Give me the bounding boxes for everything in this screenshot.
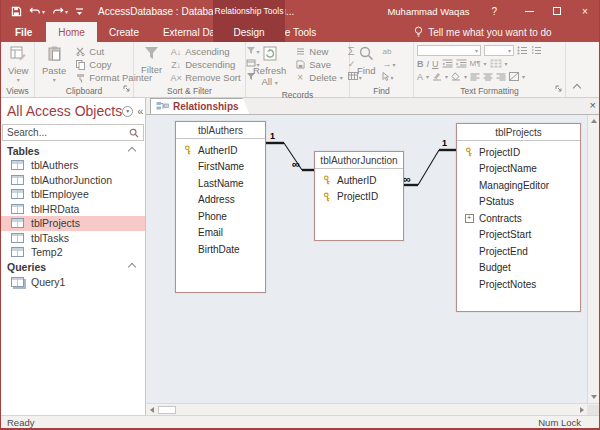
redo-icon[interactable]: ▾	[52, 6, 68, 16]
nav-item-tblAuthorJunction[interactable]: tblAuthorJunction	[1, 173, 145, 188]
field-BirthDate[interactable]: BirthDate	[176, 241, 265, 258]
refresh-all-button[interactable]: Refresh All ▾	[249, 44, 290, 90]
save-icon[interactable]	[11, 6, 22, 17]
bold-icon[interactable]: B	[417, 59, 424, 69]
close-button[interactable]: ×	[571, 0, 599, 22]
select-button[interactable]: ▾	[381, 71, 396, 83]
field-ProjectName[interactable]: ProjectName	[457, 161, 580, 178]
field-PStatus[interactable]: PStatus	[457, 194, 580, 211]
numbering-icon[interactable]	[531, 46, 542, 55]
nav-item-Temp2[interactable]: Temp2	[1, 245, 145, 260]
horizontal-scrollbar[interactable]	[146, 403, 599, 415]
tab-design[interactable]: Design	[233, 27, 264, 38]
horizontal-scroll-thumb[interactable]	[158, 406, 176, 414]
scroll-down-icon[interactable]	[589, 392, 599, 402]
font-color-icon[interactable]: A	[417, 72, 423, 82]
search-icon[interactable]	[129, 128, 143, 138]
maximize-button[interactable]	[543, 0, 571, 22]
minimize-button[interactable]	[515, 0, 543, 22]
decrease-indent-icon[interactable]	[442, 59, 453, 68]
nav-item-Query1[interactable]: Query1	[1, 275, 145, 290]
background-color-icon[interactable]	[451, 72, 461, 81]
font-name-dropdown[interactable]: ▾	[417, 45, 481, 56]
text-formatting-dialog-launcher-icon[interactable]	[555, 84, 562, 94]
field-ProjectNotes[interactable]: ProjectNotes	[457, 276, 580, 293]
goto-button[interactable]: →▾	[381, 58, 396, 70]
customize-qat-icon[interactable]	[75, 7, 84, 16]
field-AutherID[interactable]: AutherID	[176, 142, 265, 159]
view-button[interactable]: View ▾	[4, 44, 32, 86]
save-record-button[interactable]: Save	[292, 58, 344, 71]
highlight-color-icon[interactable]	[432, 72, 442, 81]
find-button[interactable]: Find	[353, 44, 379, 79]
scroll-left-icon[interactable]	[146, 405, 157, 415]
field-ProjectID[interactable]: ProjectID	[457, 144, 580, 161]
nav-item-tblAuthers[interactable]: tblAuthers	[1, 158, 145, 173]
nav-menu-icon[interactable]: ▼	[122, 106, 133, 117]
ascending-button[interactable]: A↓ Ascending	[168, 45, 242, 58]
collapse-group-icon[interactable]	[128, 263, 136, 271]
remove-sort-button[interactable]: A× Remove Sort	[168, 71, 242, 84]
field-ProjectID[interactable]: ProjectID	[315, 189, 403, 206]
table-title[interactable]: tblAuthers	[176, 122, 265, 139]
gridlines-icon[interactable]	[490, 59, 502, 68]
filter-button[interactable]: Filter	[137, 44, 166, 78]
alternate-row-color-icon[interactable]	[509, 72, 519, 81]
field-ManagingEditor[interactable]: ManagingEditor	[457, 177, 580, 194]
paste-button[interactable]: Paste ▾	[38, 44, 70, 86]
increase-indent-icon[interactable]	[456, 59, 467, 68]
field-Email[interactable]: Email	[176, 225, 265, 242]
field-ProjectStart[interactable]: ProjectStart	[457, 227, 580, 244]
field-Phone[interactable]: Phone	[176, 208, 265, 225]
field-AutherID[interactable]: AutherID	[315, 172, 403, 189]
vertical-scrollbar[interactable]	[587, 115, 599, 403]
nav-group-header-tables[interactable]: Tables	[1, 143, 145, 158]
search-input[interactable]	[3, 127, 129, 138]
tab-create[interactable]: Create	[97, 22, 151, 42]
new-record-button[interactable]: New	[292, 45, 344, 58]
collapse-group-icon[interactable]	[128, 146, 136, 154]
clipboard-dialog-launcher-icon[interactable]	[123, 84, 130, 94]
field-LastName[interactable]: LastName	[176, 175, 265, 192]
field-FirstName[interactable]: FirstName	[176, 159, 265, 176]
descending-button[interactable]: Z↓ Descending	[168, 58, 242, 71]
bullets-icon[interactable]	[517, 46, 528, 55]
relationship-table-tblProjects[interactable]: tblProjectsProjectIDProjectNameManagingE…	[456, 123, 581, 312]
delete-record-button[interactable]: × Delete▾	[292, 71, 344, 84]
nav-item-tblHRData[interactable]: tblHRData	[1, 202, 145, 217]
font-size-dropdown[interactable]: ▾	[484, 45, 514, 56]
close-document-icon[interactable]: ×	[590, 99, 596, 111]
nav-item-tblTasks[interactable]: tblTasks	[1, 231, 145, 246]
field-Address[interactable]: Address	[176, 192, 265, 209]
text-direction-icon[interactable]: M¶	[470, 59, 481, 68]
tab-file[interactable]: File	[1, 22, 46, 42]
replace-button[interactable]: ab	[381, 45, 396, 57]
search-box[interactable]	[2, 124, 144, 141]
scroll-up-icon[interactable]	[589, 116, 599, 126]
align-right-icon[interactable]	[496, 73, 506, 81]
field-ProjectEnd[interactable]: ProjectEnd	[457, 243, 580, 260]
nav-group-header-queries[interactable]: Queries	[1, 260, 145, 275]
tab-relationships[interactable]: Relationships	[150, 98, 250, 114]
nav-pane-title[interactable]: All Access Objects	[7, 103, 122, 119]
relationships-canvas[interactable]: 1 ∞ ∞ 1 tblAuthersAutherIDFirstNameLastN…	[146, 115, 587, 403]
align-center-icon[interactable]	[483, 73, 493, 81]
relationship-table-tblAuthers[interactable]: tblAuthersAutherIDFirstNameLastNameAddre…	[175, 121, 266, 293]
align-left-icon[interactable]	[470, 73, 480, 81]
relationship-table-tblAuthorJunction[interactable]: tblAuthorJunctionAutherIDProjectID	[314, 151, 404, 241]
help-icon[interactable]: ?	[491, 6, 497, 17]
nav-item-tblEmployee[interactable]: tblEmployee	[1, 187, 145, 202]
undo-icon[interactable]: ▾	[29, 6, 45, 16]
table-title[interactable]: tblAuthorJunction	[315, 152, 403, 169]
user-name[interactable]: Muhammad Waqas	[387, 6, 469, 17]
tab-home[interactable]: Home	[46, 22, 97, 42]
nav-item-tblProjects[interactable]: tblProjects	[1, 216, 145, 231]
shutter-bar-icon[interactable]: «	[137, 105, 143, 117]
scroll-right-icon[interactable]	[576, 405, 587, 415]
field-Contracts[interactable]: +Contracts	[457, 210, 580, 227]
tell-me-box[interactable]: Tell me what you want to do	[414, 22, 551, 42]
underline-icon[interactable]: U	[432, 59, 439, 69]
italic-icon[interactable]: I	[427, 59, 430, 69]
collapse-ribbon-button[interactable]	[566, 42, 588, 97]
field-Budget[interactable]: Budget	[457, 260, 580, 277]
